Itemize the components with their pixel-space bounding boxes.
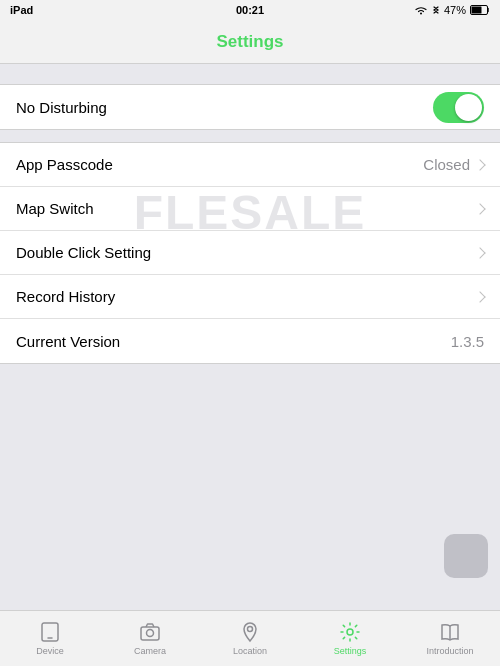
double-click-label: Double Click Setting (16, 244, 151, 261)
current-version-right: 1.3.5 (451, 333, 484, 350)
introduction-icon (439, 621, 461, 643)
settings-row-no-disturbing[interactable]: No Disturbing (0, 85, 500, 129)
status-time: 00:21 (236, 4, 264, 16)
map-switch-right (476, 205, 484, 213)
status-indicators: 47% (414, 4, 490, 16)
app-passcode-right: Closed (423, 156, 484, 173)
tab-device[interactable]: Device (0, 621, 100, 656)
tab-location-label: Location (233, 646, 267, 656)
floating-button[interactable] (444, 534, 488, 578)
settings-row-double-click[interactable]: Double Click Setting (0, 231, 500, 275)
svg-point-7 (347, 629, 353, 635)
record-history-chevron (474, 291, 485, 302)
current-version-value: 1.3.5 (451, 333, 484, 350)
settings-group-2: App Passcode Closed Map Switch Double Cl… (0, 142, 500, 364)
record-history-label: Record History (16, 288, 115, 305)
location-icon (239, 621, 261, 643)
nav-title: Settings (216, 32, 283, 52)
tab-introduction-label: Introduction (426, 646, 473, 656)
device-icon (39, 621, 61, 643)
toggle-knob (455, 94, 482, 121)
svg-point-5 (147, 630, 154, 637)
svg-rect-1 (472, 7, 482, 14)
svg-point-6 (248, 627, 253, 632)
app-passcode-value: Closed (423, 156, 470, 173)
status-carrier: iPad (10, 4, 33, 16)
tab-location[interactable]: Location (200, 621, 300, 656)
app-passcode-chevron (474, 159, 485, 170)
settings-content: No Disturbing App Passcode Closed Map Sw… (0, 64, 500, 396)
tab-bar: Device Camera Location Settings (0, 610, 500, 666)
record-history-right (476, 293, 484, 301)
map-switch-label: Map Switch (16, 200, 94, 217)
nav-bar: Settings (0, 20, 500, 64)
wifi-icon (414, 5, 428, 15)
no-disturbing-toggle-container (433, 92, 484, 123)
camera-icon (139, 621, 161, 643)
settings-group-1: No Disturbing (0, 84, 500, 130)
current-version-label: Current Version (16, 333, 120, 350)
settings-row-map-switch[interactable]: Map Switch (0, 187, 500, 231)
settings-icon (339, 621, 361, 643)
double-click-right (476, 249, 484, 257)
no-disturbing-toggle[interactable] (433, 92, 484, 123)
tab-device-label: Device (36, 646, 64, 656)
battery-percent: 47% (444, 4, 466, 16)
double-click-chevron (474, 247, 485, 258)
status-bar: iPad 00:21 47% (0, 0, 500, 20)
tab-settings[interactable]: Settings (300, 621, 400, 656)
settings-row-app-passcode[interactable]: App Passcode Closed (0, 143, 500, 187)
tab-settings-label: Settings (334, 646, 367, 656)
map-switch-chevron (474, 203, 485, 214)
no-disturbing-label: No Disturbing (16, 99, 107, 116)
tab-camera[interactable]: Camera (100, 621, 200, 656)
battery-icon (470, 5, 490, 15)
bluetooth-icon (432, 4, 440, 16)
settings-row-current-version: Current Version 1.3.5 (0, 319, 500, 363)
tab-camera-label: Camera (134, 646, 166, 656)
app-passcode-label: App Passcode (16, 156, 113, 173)
tab-introduction[interactable]: Introduction (400, 621, 500, 656)
settings-row-record-history[interactable]: Record History (0, 275, 500, 319)
